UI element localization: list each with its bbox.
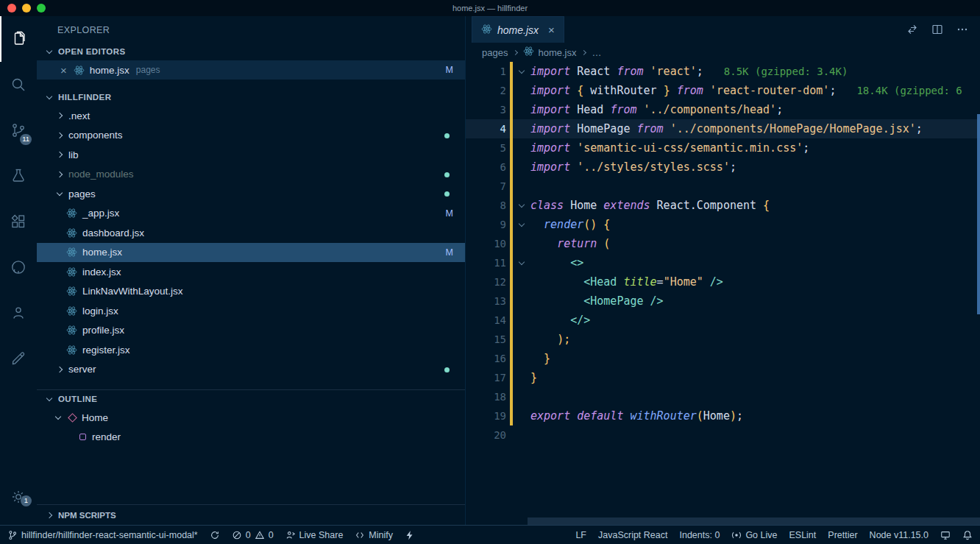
tree-item-home.jsx[interactable]: home.jsxM [37,243,465,263]
fold-chevron-icon[interactable] [519,67,525,73]
code-line-17[interactable]: 17} [466,368,980,387]
status-minify[interactable]: Minify [355,530,393,540]
tree-item-linknavwithlayout.jsx[interactable]: LinkNavWithLayout.jsx [37,282,465,302]
outline-item-render[interactable]: render [37,428,465,448]
breadcrumb-label: … [592,47,601,58]
code-line-10[interactable]: 10 return ( [466,234,980,253]
code-line-15[interactable]: 15 ); [466,330,980,349]
breadcrumb-item-2[interactable]: … [592,47,601,58]
activity-github[interactable] [0,244,37,290]
activity-settings[interactable]: 1 [0,479,37,515]
activity-extensions[interactable] [0,199,37,244]
tree-item-pages[interactable]: pages [37,184,465,204]
activity-bar: 11 1 [0,16,37,525]
project-header[interactable]: HILLFINDER [37,88,465,106]
fold-chevron-icon[interactable] [519,258,525,264]
tree-item-login.jsx[interactable]: login.jsx [37,301,465,321]
tree-item-register.jsx[interactable]: register.jsx [37,340,465,360]
code-line-5[interactable]: 5import 'semantic-ui-css/semantic.min.cs… [466,138,980,158]
tree-item-node_modules[interactable]: node_modules [37,165,465,185]
line-number: 12 [466,272,506,292]
line-number: 8 [466,196,506,215]
close-icon[interactable]: × [548,24,555,36]
status-eslint[interactable]: ESLint [789,530,816,540]
activity-live-share[interactable] [0,290,37,336]
status-bell[interactable] [962,530,973,540]
tree-item-index.jsx[interactable]: index.jsx [37,262,465,282]
breadcrumb-item-1[interactable]: home.jsx [523,46,576,59]
tree-item-.next[interactable]: .next [37,106,465,126]
tree-item-label: server [68,364,96,375]
activity-search[interactable] [0,62,37,107]
status-zap[interactable] [405,530,415,540]
activity-test[interactable] [0,153,37,199]
code-line-3[interactable]: 3import Head from '../components/head'; [466,100,980,119]
code-line-8[interactable]: 8class Home extends React.Component { [466,196,980,215]
status-problems[interactable]: 00 [232,530,274,540]
tree-item-profile.jsx[interactable]: profile.jsx [37,321,465,341]
files-icon [10,30,28,48]
fold-chevron-icon[interactable] [519,220,525,226]
code-editor[interactable]: 1import React from 'react';8.5K (gzipped… [466,62,980,525]
close-window-button[interactable] [7,4,16,13]
more-actions-icon[interactable] [956,24,968,35]
vertical-scrollbar-thumb[interactable] [977,114,980,314]
code-line-11[interactable]: 11 <> [466,253,980,272]
error-icon [232,530,242,540]
status-live-share[interactable]: Live Share [285,530,344,540]
status-git-branch[interactable]: hillfinder/hillfinder-react-semantic-ui-… [7,530,198,540]
close-icon[interactable]: × [60,64,67,77]
fold-gutter [513,81,530,100]
status-indents[interactable]: Indents: 0 [679,530,720,540]
tree-item-lib[interactable]: lib [37,145,465,165]
code-line-18[interactable]: 18 [466,387,980,406]
split-editor-icon[interactable] [931,24,943,35]
activity-explorer[interactable] [0,16,37,62]
tree-item-_app.jsx[interactable]: _app.jsxM [37,204,465,224]
line-number: 11 [466,253,506,272]
outline-item-home[interactable]: Home [37,408,465,428]
zoom-window-button[interactable] [37,4,46,13]
code-line-4[interactable]: 4import HomePage from '../components/Hom… [466,119,980,138]
npm-scripts-header[interactable]: NPM SCRIPTS [37,504,465,525]
tab-home.jsx[interactable]: home.jsx × [472,16,564,43]
code-line-6[interactable]: 6import '../styles/styles.scss'; [466,158,980,177]
status-node[interactable]: Node v11.15.0 [870,530,928,540]
code-line-14[interactable]: 14 </> [466,311,980,330]
import-cost-annotation: 8.5K (gzipped: 3.4K) [724,62,848,81]
tree-item-dashboard.jsx[interactable]: dashboard.jsx [37,223,465,243]
status-eol[interactable]: LF [575,530,586,540]
code-line-13[interactable]: 13 <HomePage /> [466,292,980,311]
status-prettier[interactable]: Prettier [828,530,857,540]
code-line-9[interactable]: 9 render() { [466,215,980,234]
class-symbol-icon [68,413,77,423]
tree-item-server[interactable]: server [37,360,465,380]
outline-header[interactable]: OUTLINE [37,390,465,408]
fold-chevron-icon[interactable] [519,201,525,207]
status-language[interactable]: JavaScript React [598,530,667,540]
horizontal-scrollbar-thumb[interactable] [528,517,980,525]
line-number: 16 [466,349,506,368]
status-remote[interactable] [940,530,951,540]
activity-source-control[interactable]: 11 [0,107,37,153]
open-editors-header[interactable]: OPEN EDITORS [37,43,465,60]
code-line-12[interactable]: 12 <Head title="Home" /> [466,272,980,292]
code-text: return ( [530,234,610,253]
open-editor-item-home.jsx[interactable]: × home.jsx pages M [37,60,465,80]
breadcrumb-item-0[interactable]: pages [482,47,508,58]
code-line-20[interactable]: 20 [466,425,980,445]
code-line-19[interactable]: 19export default withRouter(Home); [466,406,980,425]
code-line-16[interactable]: 16 } [466,349,980,368]
react-file-icon [523,46,534,59]
code-line-2[interactable]: 2import { withRouter } from 'react-route… [466,81,980,100]
tree-item-components[interactable]: components [37,126,465,146]
open-changes-icon[interactable] [906,24,918,35]
code-line-7[interactable]: 7 [466,177,980,196]
line-number: 19 [466,406,506,425]
status-go-live[interactable]: Go Live [731,530,777,540]
status-sync[interactable] [210,530,220,540]
tab-label: home.jsx [497,24,539,36]
activity-edit-tools[interactable] [0,336,37,381]
minimize-window-button[interactable] [22,4,31,13]
code-line-1[interactable]: 1import React from 'react';8.5K (gzipped… [466,62,980,81]
